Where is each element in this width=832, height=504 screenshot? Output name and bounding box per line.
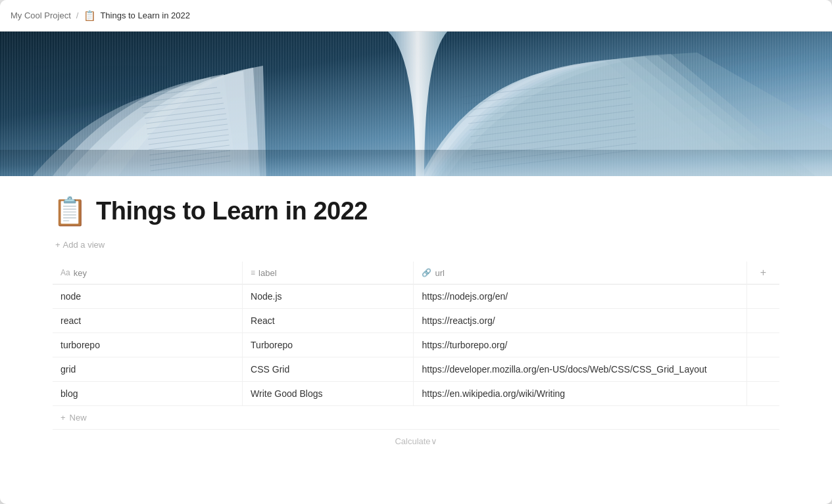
page-title: Things to Learn in 2022 (96, 197, 368, 225)
table-header-row: Aa key ≡ label 🔗 url (53, 262, 779, 285)
cell-label-1[interactable]: React (243, 309, 414, 333)
hero-svg (0, 32, 832, 176)
svg-line-12 (149, 145, 230, 155)
cell-empty-4 (746, 382, 779, 406)
svg-line-25 (472, 137, 637, 156)
cell-key-4[interactable]: blog (53, 382, 243, 406)
calculate-label: Calculate (395, 436, 430, 446)
svg-line-19 (467, 97, 631, 117)
nav-page-icon: 📋 (84, 10, 96, 22)
nav-separator: / (76, 11, 79, 20)
cell-label-0[interactable]: Node.js (243, 285, 414, 309)
cell-key-0[interactable]: node (53, 285, 243, 309)
table-row[interactable]: turborepoTurborepohttps://turborepo.org/ (53, 333, 779, 357)
svg-line-10 (149, 135, 229, 145)
new-row-button[interactable]: + New (53, 406, 779, 430)
col-header-add[interactable]: + (746, 262, 779, 285)
cell-label-4[interactable]: Write Good Blogs (243, 382, 414, 406)
svg-line-18 (466, 91, 630, 110)
page-title-section: 📋 Things to Learn in 2022 (53, 176, 779, 236)
cell-url-3[interactable]: https://developer.mozilla.org/en-US/docs… (414, 357, 746, 382)
svg-line-24 (472, 130, 636, 150)
svg-line-2 (138, 93, 220, 103)
cell-url-4[interactable]: https://en.wikipedia.org/wiki/Writing (414, 382, 746, 406)
add-view-button[interactable]: + Add a view (53, 239, 107, 251)
svg-line-26 (472, 143, 637, 163)
svg-line-17 (464, 84, 628, 104)
cell-url-1[interactable]: https://reactjs.org/ (414, 309, 746, 333)
svg-line-3 (141, 98, 222, 108)
url-col-label: url (435, 268, 444, 278)
svg-line-27 (473, 150, 637, 170)
cell-url-0[interactable]: https://nodejs.org/en/ (414, 285, 746, 309)
svg-line-20 (468, 104, 633, 124)
table-row[interactable]: reactReacthttps://reactjs.org/ (53, 309, 779, 333)
data-table: Aa key ≡ label 🔗 url (53, 262, 779, 406)
svg-line-6 (146, 114, 226, 124)
col-header-key[interactable]: Aa key (53, 262, 243, 285)
main-content: 📋 Things to Learn in 2022 + Add a view A… (0, 176, 832, 504)
label-col-icon: ≡ (251, 268, 255, 277)
col-header-label[interactable]: ≡ label (243, 262, 414, 285)
svg-line-7 (147, 119, 227, 129)
cell-key-2[interactable]: turborepo (53, 333, 243, 357)
table-row[interactable]: nodeNode.jshttps://nodejs.org/en/ (53, 285, 779, 309)
svg-line-23 (471, 124, 635, 143)
add-column-icon[interactable]: + (755, 264, 771, 281)
svg-line-13 (150, 150, 230, 160)
page-emoji: 📋 (53, 198, 87, 225)
svg-line-4 (143, 103, 224, 113)
cell-label-3[interactable]: CSS Grid (243, 357, 414, 382)
nav-page-title: Things to Learn in 2022 (100, 11, 190, 20)
table-body: nodeNode.jshttps://nodejs.org/en/reactRe… (53, 285, 779, 406)
cell-empty-3 (746, 357, 779, 382)
svg-rect-0 (0, 32, 832, 176)
svg-line-11 (149, 140, 229, 150)
add-view-label: Add a view (63, 240, 105, 250)
key-col-label: key (74, 268, 87, 278)
svg-line-8 (147, 124, 228, 134)
label-col-label: label (258, 268, 276, 278)
cell-url-2[interactable]: https://turborepo.org/ (414, 333, 746, 357)
col-header-url[interactable]: 🔗 url (414, 262, 746, 285)
svg-line-22 (470, 117, 635, 137)
add-view-plus-icon: + (55, 240, 61, 250)
new-row-plus-icon: + (61, 413, 66, 423)
cell-empty-0 (746, 285, 779, 309)
cell-key-1[interactable]: react (53, 309, 243, 333)
cell-empty-2 (746, 333, 779, 357)
nav-project-link[interactable]: My Cool Project (11, 11, 71, 20)
svg-rect-28 (0, 150, 832, 176)
calculate-bar[interactable]: Calculate ∨ (53, 430, 779, 453)
add-view-bar: + Add a view (53, 236, 779, 254)
url-col-icon: 🔗 (422, 268, 431, 277)
app-container: My Cool Project / 📋 Things to Learn in 2… (0, 0, 832, 504)
cell-label-2[interactable]: Turborepo (243, 333, 414, 357)
top-nav: My Cool Project / 📋 Things to Learn in 2… (0, 0, 832, 32)
svg-line-14 (150, 156, 230, 166)
svg-line-9 (148, 129, 228, 139)
svg-line-5 (145, 108, 225, 118)
table-row[interactable]: gridCSS Gridhttps://developer.mozilla.or… (53, 357, 779, 382)
svg-line-21 (470, 110, 634, 130)
svg-line-16 (460, 78, 625, 97)
svg-line-15 (151, 161, 231, 171)
cell-empty-1 (746, 309, 779, 333)
new-row-label: New (70, 413, 87, 423)
calculate-chevron-icon: ∨ (431, 436, 437, 446)
hero-image (0, 32, 832, 176)
cell-key-3[interactable]: grid (53, 357, 243, 382)
table-row[interactable]: blogWrite Good Blogshttps://en.wikipedia… (53, 382, 779, 406)
key-col-icon: Aa (61, 268, 70, 277)
svg-line-1 (132, 87, 217, 97)
